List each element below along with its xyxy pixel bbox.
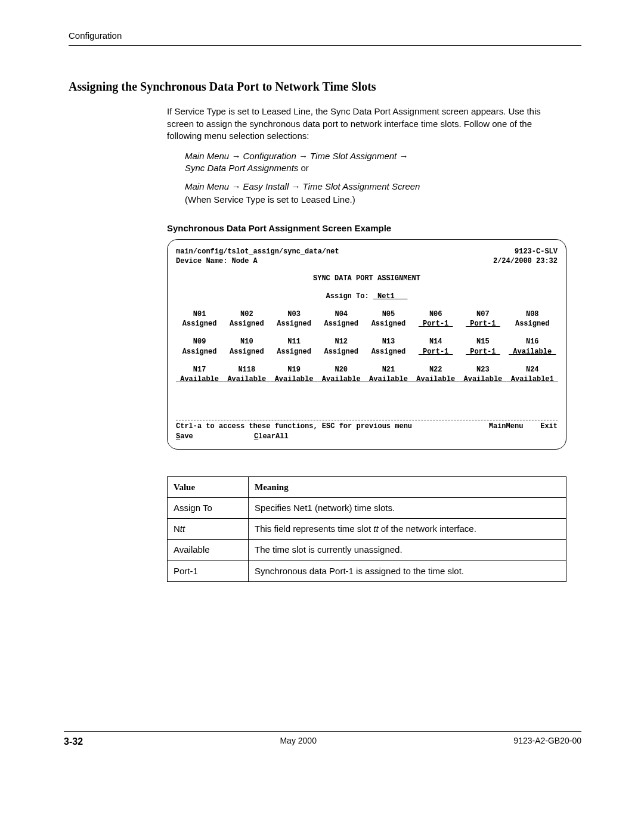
table-head-value: Value: [168, 476, 249, 497]
intro-paragraph: If Service Type is set to Leased Line, t…: [167, 106, 566, 142]
slot-header: N21: [365, 365, 412, 374]
slot-header: N07: [459, 309, 506, 319]
slot-header: N05: [365, 309, 412, 319]
terminal-mainmenu: MainMenu: [489, 422, 524, 431]
slot-value: Assigned: [318, 347, 365, 357]
slot-header: N20: [318, 365, 365, 374]
slot-value: Available: [223, 374, 270, 384]
menu-path-1: Main Menu → Configuration → Time Slot As…: [185, 150, 566, 175]
slot-header: N04: [318, 309, 365, 319]
menu-path-2: Main Menu → Easy Install → Time Slot Ass…: [185, 181, 566, 193]
slot-value: Available: [270, 374, 317, 384]
slot-value: Assigned: [270, 347, 317, 357]
slot-header: N08: [507, 309, 558, 319]
slot-header: N01: [176, 309, 223, 319]
table-cell-value: Ntt: [168, 519, 249, 540]
page-footer: 3-32 May 2000 9123-A2-GB20-00: [64, 731, 581, 748]
slot-value: Assigned: [176, 319, 223, 329]
slot-value: Port-1: [412, 319, 459, 329]
terminal-clearall: ClearAll: [254, 432, 289, 441]
slot-value: Port-1: [412, 347, 459, 357]
terminal-title: SYNC DATA PORT ASSIGNMENT: [176, 274, 558, 283]
table-head-meaning: Meaning: [249, 476, 566, 497]
table-row: Assign ToSpecifies Net1 (network) time s…: [168, 497, 566, 518]
slot-header: N13: [365, 337, 412, 346]
slot-value: Available: [507, 347, 558, 357]
screen-example-heading: Synchronous Data Port Assignment Screen …: [167, 222, 566, 234]
slot-value: Available: [459, 374, 506, 384]
terminal-save: Save: [176, 432, 193, 441]
slot-header: N03: [270, 309, 317, 319]
slot-header: N23: [459, 365, 506, 374]
slot-header: N22: [412, 365, 459, 374]
table-cell-meaning: The time slot is currently unassigned.: [249, 540, 566, 561]
slot-header: N09: [176, 337, 223, 346]
slot-value: Assigned: [223, 319, 270, 329]
slot-header: N10: [223, 337, 270, 346]
slot-value: Port-1: [459, 347, 506, 357]
chapter-label: Configuration: [69, 30, 581, 42]
terminal-header-row1: main/config/tslot_assign/sync_data/net 9…: [176, 247, 558, 256]
terminal-model: 9123-C-SLV: [515, 247, 558, 256]
table-row: AvailableThe time slot is currently unas…: [168, 540, 566, 561]
section-title: Assigning the Synchronous Data Port to N…: [69, 79, 581, 95]
terminal-breadcrumb: main/config/tslot_assign/sync_data/net: [176, 247, 339, 256]
slot-value: Assigned: [365, 347, 412, 357]
slot-value: Assigned: [176, 347, 223, 357]
slot-header: N06: [412, 309, 459, 319]
table-cell-value: Assign To: [168, 497, 249, 518]
slot-value: Available: [365, 374, 412, 384]
value-meaning-table: Value Meaning Assign ToSpecifies Net1 (n…: [167, 476, 566, 582]
table-row: Port-1Synchronous data Port-1 is assigne…: [168, 561, 566, 581]
slot-header: N11: [270, 337, 317, 346]
table-cell-value: Available: [168, 540, 249, 561]
body-content: If Service Type is set to Leased Line, t…: [167, 106, 566, 582]
slot-value: Available: [318, 374, 365, 384]
page-number: 3-32: [64, 735, 83, 748]
terminal-exit: Exit: [540, 422, 558, 431]
terminal-datetime: 2/24/2000 23:32: [493, 256, 558, 266]
slot-value: Assigned: [365, 319, 412, 329]
table-cell-meaning: Specifies Net1 (network) time slots.: [249, 497, 566, 518]
slot-value: Available1: [507, 374, 558, 384]
slot-value: Port-1: [459, 319, 506, 329]
slot-header: N24: [507, 365, 558, 374]
slot-header: N14: [412, 337, 459, 346]
slot-header: N15: [459, 337, 506, 346]
table-cell-meaning: This field represents time slot tt of th…: [249, 519, 566, 540]
footer-doc-id: 9123-A2-GB20-00: [513, 735, 581, 748]
slot-header: N19: [270, 365, 317, 374]
terminal-assign-to: Assign To: Net1: [176, 292, 558, 301]
footer-date: May 2000: [280, 735, 316, 748]
slot-header: N16: [507, 337, 558, 346]
slot-header: N17: [176, 365, 223, 374]
slot-value: Assigned: [318, 319, 365, 329]
table-cell-value: Port-1: [168, 561, 249, 581]
terminal-hint: Ctrl-a to access these functions, ESC fo…: [176, 422, 412, 431]
terminal-divider: Ctrl-a to access these functions, ESC fo…: [176, 420, 558, 441]
terminal-header-row2: Device Name: Node A 2/24/2000 23:32: [176, 256, 558, 266]
terminal-device-name: Device Name: Node A: [176, 256, 258, 266]
slot-value: Available: [412, 374, 459, 384]
top-divider: [69, 45, 581, 46]
menu-path-2-note: (When Service Type is set to Leased Line…: [185, 194, 566, 206]
slot-value: Assigned: [270, 319, 317, 329]
slot-header: N02: [223, 309, 270, 319]
slot-header: N12: [318, 337, 365, 346]
time-slot-grid: N01N02N03N04N05N06N07N08AssignedAssigned…: [176, 309, 558, 384]
slot-value: Available: [176, 374, 223, 384]
terminal-screen: main/config/tslot_assign/sync_data/net 9…: [167, 239, 566, 449]
slot-header: N118: [223, 365, 270, 374]
table-row: NttThis field represents time slot tt of…: [168, 519, 566, 540]
slot-value: Assigned: [223, 347, 270, 357]
table-cell-meaning: Synchronous data Port-1 is assigned to t…: [249, 561, 566, 581]
slot-value: Assigned: [507, 319, 558, 329]
